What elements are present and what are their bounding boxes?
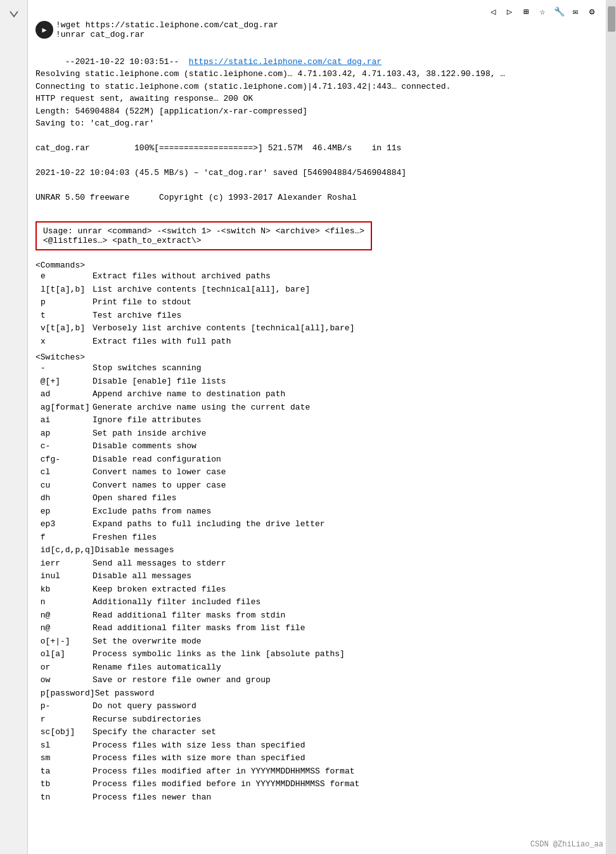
cmd-key: e [35,270,93,283]
list-item: l[t[a],b]List archive contents [technica… [35,283,598,296]
command-header: ▶ !wget https://static.leiphone.com/cat_… [35,20,598,39]
switch-desc: Generate archive name using the current … [93,401,598,414]
switch-desc: Convert names to upper case [93,479,598,492]
switch-desc: Do not query password [93,700,598,713]
list-item: tTest archive files [35,309,598,322]
list-item: xExtract files with full path [35,335,598,348]
switch-desc: Set the overwrite mode [93,635,598,648]
scrollbar-thumb[interactable] [608,6,615,32]
switch-key: inul [35,570,93,583]
list-item: @[+]Disable [enable] file lists [35,375,598,388]
output-block: --2021-10-22 10:03:51-- https://static.l… [35,43,598,216]
output-line3: Connecting to static.leiphone.com (stati… [35,82,451,91]
switch-key: n [35,596,93,609]
list-item: clConvert names to lower case [35,466,598,479]
watermark: CSDN @ZhiLiao_aa [530,840,603,849]
switch-key: ol[a] [35,648,93,661]
unrar-header: UNRAR 5.50 freeware Copyright (c) 1993-2… [35,193,357,202]
switch-key: cl [35,466,93,479]
switch-key: or [35,661,93,674]
cmd-desc: Extract files with full path [93,335,598,348]
switch-desc: Process files newer than [93,791,598,804]
switch-desc: Disable messages [95,544,598,557]
switch-key: tb [35,778,93,791]
list-item: tbProcess files modified before in YYYYM… [35,778,598,791]
switch-key: cu [35,479,93,492]
cmd-key: x [35,335,93,348]
usage-line1: Usage: unrar <command> -<switch 1> -<swi… [43,226,364,236]
list-item: ol[a]Process symbolic links as the link … [35,648,598,661]
switch-key: sm [35,752,93,765]
switches-list: -Stop switches scanning @[+]Disable [ena… [35,362,598,803]
main-content: ◁ ▷ ⊞ ☆ 🔧 ✉ ⚙ ▶ !wget https://static.lei… [28,0,606,854]
url-link[interactable]: https://static.leiphone.com/cat_dog.rar [189,57,382,67]
list-item: fFreshen files [35,531,598,544]
unrar-text: !unrar cat_dog.rar [56,30,144,39]
list-item: pPrint file to stdout [35,296,598,309]
cmd-desc: Extract files without archived paths [93,270,598,283]
commands-header: <Commands> [35,261,598,270]
list-item: sc[obj]Specify the character set [35,726,598,739]
wrench-icon[interactable]: 🔧 [553,5,565,18]
list-item: ag[format]Generate archive name using th… [35,401,598,414]
switch-key: kb [35,583,93,596]
cmd-desc: Test archive files [93,309,598,322]
switch-key: ow [35,674,93,687]
switch-desc: Disable all messages [93,570,598,583]
gear-icon[interactable]: ⚙ [586,5,598,18]
switch-key: n@ [35,622,93,635]
switch-key: ierr [35,557,93,570]
list-item: slProcess files with size less than spec… [35,739,598,752]
switch-key: cfg- [35,453,93,466]
switch-key: ta [35,765,93,778]
switch-desc: Keep broken extracted files [93,583,598,596]
switch-key: - [35,362,93,375]
next-icon[interactable]: ▷ [503,5,516,18]
list-item: p[password]Set password [35,687,598,700]
commands-section: <Commands> eExtract files without archiv… [35,261,598,347]
switch-key: n@ [35,609,93,622]
list-item: kbKeep broken extracted files [35,583,598,596]
output-line4: HTTP request sent, awaiting response… 20… [35,94,253,103]
list-item: aiIgnore file attributes [35,414,598,427]
play-button[interactable]: ▶ [35,21,53,39]
switch-desc: Ignore file attributes [93,414,598,427]
mail-icon[interactable]: ✉ [569,5,582,18]
switch-desc: Expand paths to full including the drive… [93,518,598,531]
list-item: orRename files automatically [35,661,598,674]
cmd-key: l[t[a],b] [35,283,93,296]
switch-desc: Set path inside archive [93,427,598,440]
switch-desc: Disable [enable] file lists [93,375,598,388]
toolbar-icons: ◁ ▷ ⊞ ☆ 🔧 ✉ ⚙ [487,5,598,18]
scrollbar-track[interactable] [607,0,616,854]
switch-desc: Process files with size less than specif… [93,739,598,752]
wget-text: !wget https://static.leiphone.com/cat_do… [56,20,278,30]
prev-icon[interactable]: ◁ [487,5,499,18]
list-item: n@Read additional filter masks from stdi… [35,609,598,622]
grid-icon[interactable]: ⊞ [520,5,532,18]
list-item: ep3Expand paths to full including the dr… [35,518,598,531]
list-item: v[t[a],b]Verbosely list archive contents… [35,322,598,335]
switch-key: ep [35,505,93,518]
switch-key: ad [35,388,93,401]
list-item: ierrSend all messages to stderr [35,557,598,570]
switch-desc: Process symbolic links as the link [abso… [93,648,598,661]
switch-desc: Stop switches scanning [93,362,598,375]
list-item: inulDisable all messages [35,570,598,583]
list-item: o[+|-]Set the overwrite mode [35,635,598,648]
list-item: dhOpen shared files [35,492,598,505]
list-item: apSet path inside archive [35,427,598,440]
switch-desc: Convert names to lower case [93,466,598,479]
switch-key: p- [35,700,93,713]
output-line5: Length: 546904884 (522M) [application/x-… [35,107,307,116]
output-line6: Saving to: 'cat_dog.rar' [35,119,154,128]
list-item: -Stop switches scanning [35,362,598,375]
scrollbar[interactable] [606,0,616,854]
switch-desc: Read additional filter masks from stdin [93,609,598,622]
star-icon[interactable]: ☆ [536,5,549,18]
switch-desc: Set password [95,687,598,700]
switch-desc: Process files modified before in YYYYMMD… [93,778,598,791]
switch-key: f [35,531,93,544]
switch-key: tn [35,791,93,804]
switch-desc: Additionally filter included files [93,596,598,609]
